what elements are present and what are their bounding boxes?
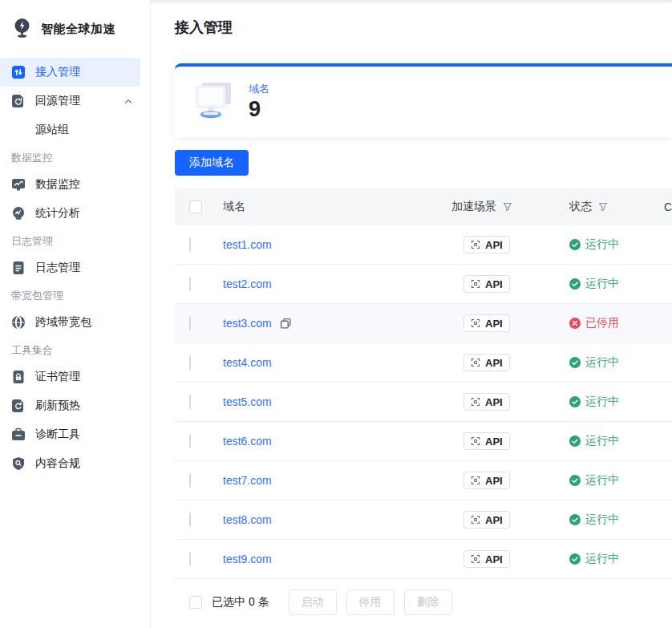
sidebar-item-data-monitoring[interactable]: 数据监控 xyxy=(0,170,140,199)
access-management-icon xyxy=(11,65,26,79)
batch-stop-button[interactable]: 停用 xyxy=(346,590,395,615)
sidebar-item-label: 日志管理 xyxy=(35,261,80,275)
batch-action-bar: 已选中 0 条 启动 停用 删除 xyxy=(175,590,672,615)
compliance-shield-icon xyxy=(11,456,26,471)
sidebar-item-origin-groups[interactable]: 源站组 xyxy=(0,115,150,144)
statistics-icon xyxy=(11,206,26,221)
status-badge: 运行中 xyxy=(569,434,664,448)
log-management-icon xyxy=(11,261,26,275)
domain-stat-card: 域名 9 xyxy=(175,63,672,137)
table-row: test9.com API 运行中 xyxy=(175,540,672,579)
check-circle-icon xyxy=(569,396,581,407)
domain-link[interactable]: test5.com xyxy=(223,395,272,408)
domain-link[interactable]: test1.com xyxy=(223,238,272,251)
row-checkbox[interactable] xyxy=(189,316,191,330)
sidebar-item-diagnostic-tools[interactable]: 诊断工具 xyxy=(0,420,140,449)
app-window: 智能全球加速 接入管理 回源管理 xyxy=(0,0,672,628)
sidebar-section-tools: 工具集合 xyxy=(0,337,150,363)
bandwidth-globe-icon xyxy=(11,315,26,330)
data-monitoring-icon xyxy=(11,177,26,192)
batch-delete-button[interactable]: 删除 xyxy=(404,590,452,615)
certificate-lock-icon xyxy=(11,370,26,384)
sidebar-item-access-management[interactable]: 接入管理 xyxy=(0,58,140,87)
sidebar-item-statistics[interactable]: 统计分析 xyxy=(0,199,140,228)
table-header: 域名 加速场景 状态 C xyxy=(175,188,672,225)
domain-link[interactable]: test8.com xyxy=(223,513,272,526)
column-header-status: 状态 xyxy=(569,200,664,214)
scene-tag: API xyxy=(464,393,510,411)
scene-tag: API xyxy=(464,354,510,371)
column-header-domain: 域名 xyxy=(223,200,451,214)
sidebar-item-label: 诊断工具 xyxy=(35,427,80,442)
scene-tag: API xyxy=(464,472,510,489)
table-row: test4.com API 运行中 xyxy=(175,343,672,383)
select-all-checkbox[interactable] xyxy=(189,201,202,213)
check-circle-icon xyxy=(569,553,581,565)
product-logo: 智能全球加速 xyxy=(0,0,150,58)
domain-link[interactable]: test4.com xyxy=(223,356,272,369)
status-badge: 运行中 xyxy=(569,395,664,409)
domain-link[interactable]: test9.com xyxy=(223,553,272,565)
row-checkbox[interactable] xyxy=(189,513,191,527)
status-badge: 运行中 xyxy=(569,277,664,291)
status-badge: 运行中 xyxy=(569,552,664,566)
column-header-scene: 加速场景 xyxy=(451,200,569,214)
row-checkbox[interactable] xyxy=(189,473,191,488)
status-badge: 运行中 xyxy=(569,355,664,370)
scene-tag: API xyxy=(464,236,510,253)
domain-link[interactable]: test6.com xyxy=(223,435,272,448)
row-checkbox[interactable] xyxy=(189,277,191,291)
row-checkbox[interactable] xyxy=(189,355,191,370)
stat-label: 域名 xyxy=(249,82,269,96)
domain-link[interactable]: test7.com xyxy=(223,474,272,487)
sidebar-item-origin-management[interactable]: 回源管理 xyxy=(0,87,140,115)
sidebar-item-label: 数据监控 xyxy=(35,177,80,192)
column-header-cname: C xyxy=(664,201,672,213)
scene-filter-icon[interactable] xyxy=(503,202,512,212)
domain-table: 域名 加速场景 状态 C test1.com API 运行中 xyxy=(175,188,672,579)
sidebar-item-content-compliance[interactable]: 内容合规 xyxy=(0,449,140,478)
table-row: test8.com API 运行中 xyxy=(175,500,672,540)
scene-tag: API xyxy=(464,511,510,529)
sidebar-item-label: 回源管理 xyxy=(35,94,80,108)
sidebar-subitem-label: 源站组 xyxy=(35,123,69,137)
sidebar-item-label: 跨域带宽包 xyxy=(35,315,91,330)
global-accelerator-logo-icon xyxy=(11,17,33,41)
stat-value: 9 xyxy=(249,98,269,122)
chevron-up-icon[interactable] xyxy=(124,99,132,104)
page-title: 接入管理 xyxy=(175,18,672,37)
domain-link[interactable]: test2.com xyxy=(223,278,272,290)
scene-tag: API xyxy=(464,550,510,568)
batch-start-button[interactable]: 启动 xyxy=(289,590,337,615)
add-domain-button[interactable]: 添加域名 xyxy=(175,150,249,176)
batch-select-all-checkbox[interactable] xyxy=(189,596,202,609)
sidebar-item-refresh-prefetch[interactable]: 刷新预热 xyxy=(0,391,140,420)
copy-icon[interactable] xyxy=(280,318,291,329)
check-circle-icon xyxy=(569,475,581,486)
sidebar-item-label: 证书管理 xyxy=(35,370,80,384)
sidebar-section-data-monitoring: 数据监控 xyxy=(0,144,150,170)
row-checkbox[interactable] xyxy=(189,395,191,409)
status-filter-icon[interactable] xyxy=(598,202,608,212)
row-checkbox[interactable] xyxy=(189,552,191,566)
check-circle-icon xyxy=(569,278,581,290)
scene-tag: API xyxy=(464,432,510,450)
sidebar-item-certificate-management[interactable]: 证书管理 xyxy=(0,363,140,391)
row-checkbox[interactable] xyxy=(189,434,191,448)
table-row: test1.com API 运行中 xyxy=(175,225,672,265)
table-row: test7.com API 运行中 xyxy=(175,461,672,500)
sidebar-item-label: 统计分析 xyxy=(35,206,80,221)
status-badge: 运行中 xyxy=(569,473,664,488)
domain-link[interactable]: test3.com xyxy=(223,317,272,330)
sidebar: 智能全球加速 接入管理 回源管理 xyxy=(0,0,151,628)
sidebar-item-log-management[interactable]: 日志管理 xyxy=(0,253,140,282)
table-row: test3.com API 已停用 xyxy=(175,304,672,343)
sidebar-item-cross-domain-bandwidth[interactable]: 跨域带宽包 xyxy=(0,308,140,337)
origin-management-icon xyxy=(11,94,26,108)
table-row: test5.com API 运行中 xyxy=(175,383,672,422)
check-circle-icon xyxy=(569,239,581,250)
sidebar-section-bandwidth: 带宽包管理 xyxy=(0,282,150,308)
monitor-illustration-icon xyxy=(189,79,236,126)
row-checkbox[interactable] xyxy=(189,237,191,252)
check-circle-icon xyxy=(569,436,581,447)
